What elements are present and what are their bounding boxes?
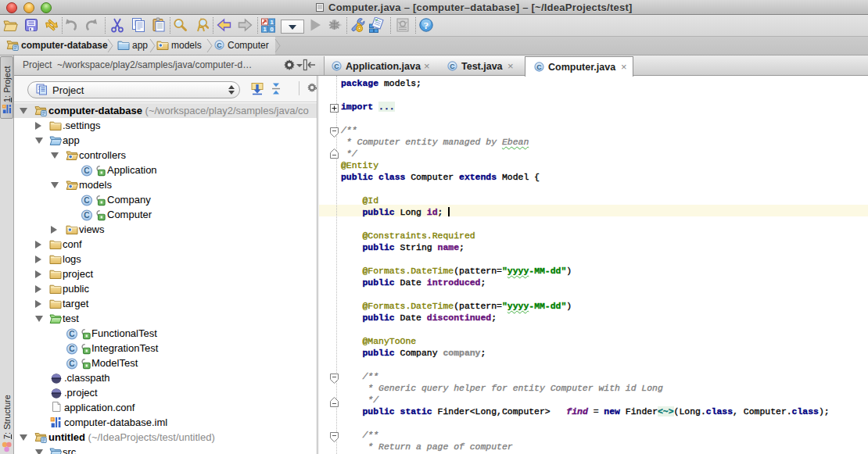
svg-text:1: 1 <box>263 26 266 33</box>
svg-text:?: ? <box>424 20 429 31</box>
svg-text:0: 0 <box>271 26 274 33</box>
svg-text:1: 1 <box>271 19 274 26</box>
